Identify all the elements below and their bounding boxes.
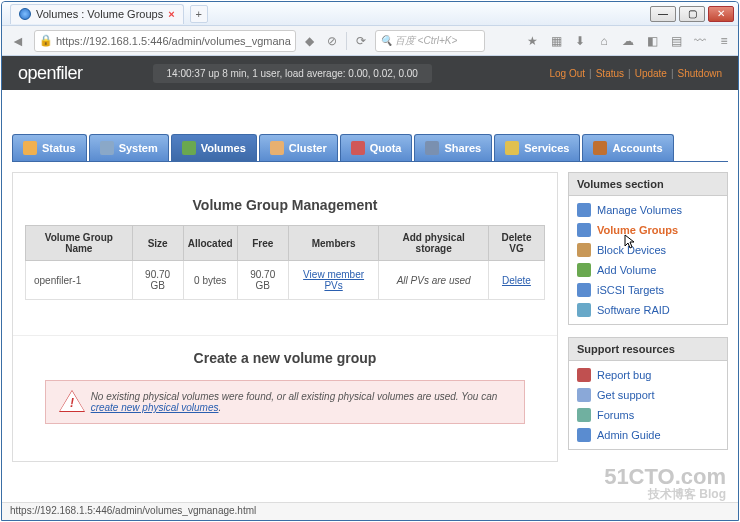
search-input[interactable]: 🔍百度 <Ctrl+K> <box>375 30 485 52</box>
shield-icon[interactable]: ◆ <box>302 33 318 49</box>
link-update[interactable]: Update <box>635 68 667 79</box>
menu-icon[interactable]: ≡ <box>716 33 732 49</box>
nav-cluster[interactable]: Cluster <box>259 134 338 161</box>
sidebar-volumes: Volumes section Manage VolumesVolume Gro… <box>568 172 728 325</box>
download-icon[interactable]: ⬇ <box>572 33 588 49</box>
col-header: Add physical storage <box>379 226 488 261</box>
sidebar-icon <box>577 243 591 257</box>
nav-label: Accounts <box>612 142 662 154</box>
sidebar-icon <box>577 303 591 317</box>
col-header: Size <box>132 226 183 261</box>
nav-icon <box>593 141 607 155</box>
table-row: openfiler-1 90.70 GB 0 bytes 90.70 GB Vi… <box>26 261 545 300</box>
url-input[interactable]: 🔒 https://192.168.1.5:446/admin/volumes_… <box>34 30 296 52</box>
cell-add-storage: All PVs are used <box>379 261 488 300</box>
col-header: Allocated <box>183 226 237 261</box>
sidebar-sup-admin-guide[interactable]: Admin Guide <box>569 425 727 445</box>
cell-vg-name: openfiler-1 <box>26 261 133 300</box>
logo: openfiler <box>18 63 83 84</box>
sidebar-vol-iscsi-targets[interactable]: iSCSI Targets <box>569 280 727 300</box>
home-icon[interactable]: ⌂ <box>596 33 612 49</box>
col-header: Delete VG <box>488 226 544 261</box>
cell-size: 90.70 GB <box>132 261 183 300</box>
uptime-status: 14:00:37 up 8 min, 1 user, load average:… <box>153 64 432 83</box>
sidebar-vol-software-raid[interactable]: Software RAID <box>569 300 727 320</box>
col-header: Volume Group Name <box>26 226 133 261</box>
back-button[interactable]: ◄ <box>8 31 28 51</box>
sidebar-icon <box>577 283 591 297</box>
maximize-button[interactable]: ▢ <box>679 6 705 22</box>
warning-box: ! No existing physical volumes were foun… <box>45 380 525 424</box>
tab-close-icon[interactable]: × <box>168 8 174 20</box>
nav-label: Shares <box>444 142 481 154</box>
search-placeholder: 百度 <Ctrl+K> <box>395 34 458 48</box>
grid-icon[interactable]: ▦ <box>548 33 564 49</box>
browser-tab[interactable]: Volumes : Volume Groups × <box>10 4 184 24</box>
section-vg-title: Volume Group Management <box>25 197 545 213</box>
nav-icon <box>182 141 196 155</box>
nav-label: Cluster <box>289 142 327 154</box>
block-icon[interactable]: ⊘ <box>324 33 340 49</box>
col-header: Free <box>237 226 288 261</box>
sidebar-support-title: Support resources <box>569 338 727 361</box>
sidebar-item-label: iSCSI Targets <box>597 284 664 296</box>
reload-icon[interactable]: ⟳ <box>353 33 369 49</box>
sidebar-item-label: Forums <box>597 409 634 421</box>
sidebar-volumes-title: Volumes section <box>569 173 727 196</box>
sidebar-item-label: Add Volume <box>597 264 656 276</box>
new-tab-button[interactable]: + <box>190 5 208 23</box>
star-icon[interactable]: ★ <box>524 33 540 49</box>
nav-accounts[interactable]: Accounts <box>582 134 673 161</box>
sidebar-icon <box>577 368 591 382</box>
nav-system[interactable]: System <box>89 134 169 161</box>
content-panel: Volume Group Management Volume Group Nam… <box>12 172 558 462</box>
sidebar-icon <box>577 203 591 217</box>
cell-free: 90.70 GB <box>237 261 288 300</box>
link-view-members[interactable]: View member PVs <box>303 269 364 291</box>
sidebar-vol-block-devices[interactable]: Block Devices <box>569 240 727 260</box>
main-nav: StatusSystemVolumesClusterQuotaSharesSer… <box>12 134 728 162</box>
nav-quota[interactable]: Quota <box>340 134 413 161</box>
sidebar-sup-forums[interactable]: Forums <box>569 405 727 425</box>
sidebar-item-label: Volume Groups <box>597 224 678 236</box>
nav-services[interactable]: Services <box>494 134 580 161</box>
nav-icon <box>100 141 114 155</box>
nav-label: System <box>119 142 158 154</box>
vg-table: Volume Group NameSizeAllocatedFreeMember… <box>25 225 545 300</box>
chat-icon[interactable]: ☁ <box>620 33 636 49</box>
sidebar-support: Support resources Report bugGet supportF… <box>568 337 728 450</box>
link-shutdown[interactable]: Shutdown <box>678 68 722 79</box>
sidebar-vol-manage-volumes[interactable]: Manage Volumes <box>569 200 727 220</box>
sidebar-icon <box>577 388 591 402</box>
sidebar-icon <box>577 263 591 277</box>
book-icon[interactable]: ▤ <box>668 33 684 49</box>
sidebar-sup-report-bug[interactable]: Report bug <box>569 365 727 385</box>
link-status[interactable]: Status <box>596 68 624 79</box>
nav-icon <box>23 141 37 155</box>
nav-icon <box>505 141 519 155</box>
sidebar-sup-get-support[interactable]: Get support <box>569 385 727 405</box>
cell-allocated: 0 bytes <box>183 261 237 300</box>
minimize-button[interactable]: — <box>650 6 676 22</box>
sidebar-vol-volume-groups[interactable]: Volume Groups <box>569 220 727 240</box>
nav-status[interactable]: Status <box>12 134 87 161</box>
warning-icon: ! <box>60 391 79 413</box>
link-delete-vg[interactable]: Delete <box>502 275 531 286</box>
watermark: 51CTO.com 技术博客 Blog <box>604 466 726 500</box>
link-logout[interactable]: Log Out <box>549 68 585 79</box>
tag-icon[interactable]: ◧ <box>644 33 660 49</box>
link-create-pv[interactable]: create new physical volumes <box>91 402 219 413</box>
sidebar-item-label: Admin Guide <box>597 429 661 441</box>
nav-volumes[interactable]: Volumes <box>171 134 257 161</box>
nav-shares[interactable]: Shares <box>414 134 492 161</box>
nav-icon <box>270 141 284 155</box>
section-create-title: Create a new volume group <box>25 350 545 366</box>
sidebar-item-label: Report bug <box>597 369 651 381</box>
col-header: Members <box>288 226 379 261</box>
wave-icon[interactable]: 〰 <box>692 33 708 49</box>
sidebar-icon <box>577 428 591 442</box>
status-bar: https://192.168.1.5:446/admin/volumes_vg… <box>2 502 738 520</box>
close-button[interactable]: ✕ <box>708 6 734 22</box>
sidebar-item-label: Block Devices <box>597 244 666 256</box>
sidebar-vol-add-volume[interactable]: Add Volume <box>569 260 727 280</box>
